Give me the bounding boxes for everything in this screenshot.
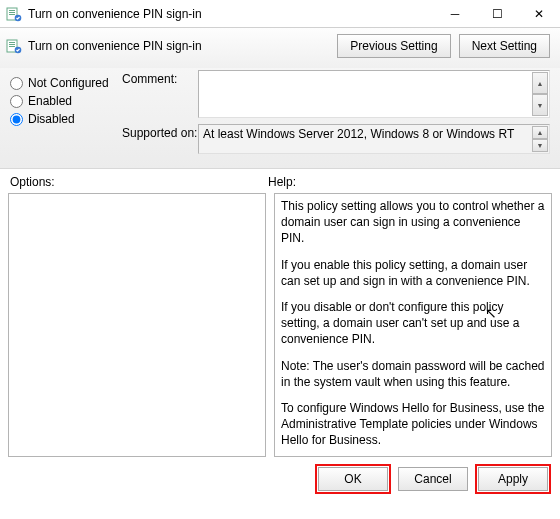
maximize-button[interactable]: ☐ <box>476 0 518 28</box>
svg-rect-3 <box>9 14 15 15</box>
help-paragraph: This policy setting allows you to contro… <box>281 198 545 247</box>
window-title: Turn on convenience PIN sign-in <box>28 7 202 21</box>
radio-disabled-input[interactable] <box>10 113 23 126</box>
panels-header: Options: Help: <box>0 169 560 193</box>
svg-rect-7 <box>9 44 15 45</box>
state-radios: Not Configured Enabled Disabled <box>10 70 122 160</box>
radio-not-configured[interactable]: Not Configured <box>10 76 122 90</box>
config-block: Not Configured Enabled Disabled Comment:… <box>0 68 560 169</box>
options-header: Options: <box>10 175 268 189</box>
policy-icon <box>6 38 22 54</box>
svg-rect-1 <box>9 10 15 11</box>
panels: ↖ This policy setting allows you to cont… <box>0 193 560 457</box>
radio-enabled-label: Enabled <box>28 94 72 108</box>
titlebar: Turn on convenience PIN sign-in ─ ☐ ✕ <box>0 0 560 28</box>
radio-not-configured-input[interactable] <box>10 77 23 90</box>
help-panel: ↖ This policy setting allows you to cont… <box>274 193 552 457</box>
close-button[interactable]: ✕ <box>518 0 560 28</box>
supported-value: At least Windows Server 2012, Windows 8 … <box>203 127 514 141</box>
policy-icon <box>6 6 22 22</box>
policy-name: Turn on convenience PIN sign-in <box>28 39 202 53</box>
svg-rect-8 <box>9 46 15 47</box>
comment-label: Comment: <box>122 70 198 86</box>
svg-rect-6 <box>9 42 15 43</box>
help-paragraph: Note: The user's domain password will be… <box>281 358 545 390</box>
cancel-button[interactable]: Cancel <box>398 467 468 491</box>
help-paragraph: If you disable or don't configure this p… <box>281 299 545 348</box>
ok-button[interactable]: OK <box>318 467 388 491</box>
svg-rect-2 <box>9 12 15 13</box>
help-header: Help: <box>268 175 296 189</box>
apply-button[interactable]: Apply <box>478 467 548 491</box>
radio-enabled[interactable]: Enabled <box>10 94 122 108</box>
help-paragraph: If you enable this policy setting, a dom… <box>281 257 545 289</box>
radio-enabled-input[interactable] <box>10 95 23 108</box>
minimize-button[interactable]: ─ <box>434 0 476 28</box>
radio-disabled[interactable]: Disabled <box>10 112 122 126</box>
comment-spin[interactable]: ▲▼ <box>532 72 548 116</box>
radio-disabled-label: Disabled <box>28 112 75 126</box>
supported-spin[interactable]: ▲▼ <box>532 126 548 152</box>
header-row: Turn on convenience PIN sign-in Previous… <box>0 28 560 68</box>
help-paragraph: To configure Windows Hello for Business,… <box>281 400 545 449</box>
footer: OK Cancel Apply <box>0 457 560 499</box>
radio-not-configured-label: Not Configured <box>28 76 109 90</box>
comment-field[interactable]: ▲▼ <box>198 70 550 118</box>
previous-setting-button[interactable]: Previous Setting <box>337 34 450 58</box>
supported-field: At least Windows Server 2012, Windows 8 … <box>198 124 550 154</box>
options-panel <box>8 193 266 457</box>
supported-label: Supported on: <box>122 124 198 140</box>
next-setting-button[interactable]: Next Setting <box>459 34 550 58</box>
